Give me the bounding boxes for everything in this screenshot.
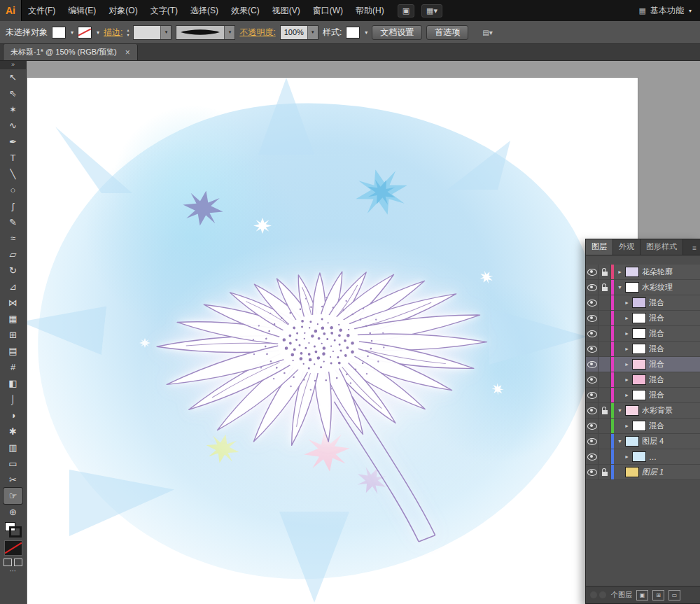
layer-thumbnail[interactable] xyxy=(632,390,646,400)
type-tool[interactable]: T xyxy=(4,150,22,166)
style-swatch[interactable] xyxy=(346,27,360,38)
layer-thumbnail[interactable] xyxy=(632,421,646,431)
layer-name[interactable]: 花朵轮廓 xyxy=(642,267,673,277)
stroke-width-caret-icon[interactable]: ▾ xyxy=(160,26,171,39)
perspective-grid-tool[interactable]: ▤ xyxy=(4,343,22,359)
draw-behind-icon[interactable] xyxy=(14,559,22,566)
brush-definition-dropdown[interactable]: ▾ xyxy=(176,25,235,40)
layer-thumbnail[interactable] xyxy=(632,359,646,370)
layer-row[interactable]: ►… xyxy=(586,449,700,465)
eraser-tool[interactable]: ▱ xyxy=(4,246,22,262)
menu-file[interactable]: 文件(F) xyxy=(22,0,62,21)
layer-name[interactable]: … xyxy=(649,453,657,461)
visibility-toggle[interactable] xyxy=(586,388,598,402)
stroke-swatch[interactable] xyxy=(78,27,92,38)
menu-edit[interactable]: 编辑(E) xyxy=(62,0,102,21)
zoom-tool[interactable]: ⊕ xyxy=(4,504,22,520)
expand-arrow-icon[interactable]: ► xyxy=(622,423,631,428)
expand-arrow-icon[interactable]: ► xyxy=(622,331,631,336)
delete-layer-icon[interactable]: ▭ xyxy=(668,590,680,601)
paintbrush-tool[interactable]: ʃ xyxy=(4,198,22,214)
stepper-down-icon[interactable]: ▾ xyxy=(127,33,129,37)
layer-row[interactable]: 图层 1 xyxy=(586,465,700,480)
column-graph-tool[interactable]: ▥ xyxy=(4,440,22,456)
app-logo[interactable]: Ai xyxy=(0,0,22,21)
document-tab[interactable]: 未标题-1* @ 150% (RGB/预览) × xyxy=(3,44,138,60)
lock-toggle[interactable] xyxy=(598,465,611,479)
layer-name[interactable]: 混合 xyxy=(649,297,664,308)
layer-name[interactable]: 混合 xyxy=(649,359,664,370)
layer-thumbnail[interactable] xyxy=(625,405,639,416)
layer-name[interactable]: 水彩纹理 xyxy=(642,282,673,293)
layer-row[interactable]: ►混合 xyxy=(586,372,700,388)
artboard-tool[interactable]: ▭ xyxy=(4,456,22,472)
flower-artwork[interactable] xyxy=(126,225,532,561)
opacity-caret-icon[interactable]: ▾ xyxy=(307,26,318,39)
layer-name[interactable]: 图层 4 xyxy=(642,436,664,447)
stroke-width-stepper[interactable]: ▴ ▾ xyxy=(127,28,129,37)
visibility-toggle[interactable] xyxy=(586,357,598,372)
menu-select[interactable]: 选择(S) xyxy=(184,0,225,21)
lock-toggle[interactable] xyxy=(598,326,611,341)
brush-caret-icon[interactable]: ▾ xyxy=(224,26,234,39)
style-caret-icon[interactable]: ▾ xyxy=(365,29,368,36)
lock-toggle[interactable] xyxy=(598,280,611,295)
menu-help[interactable]: 帮助(H) xyxy=(349,0,391,21)
bridge-launcher-icon[interactable]: ▣ xyxy=(398,4,414,17)
gradient-tool[interactable]: ◧ xyxy=(4,375,22,391)
tab-layers[interactable]: 图层 xyxy=(586,239,613,255)
menu-window[interactable]: 窗口(W) xyxy=(307,0,349,21)
new-layer-icon[interactable]: ⊞ xyxy=(652,590,664,601)
blend-tool[interactable]: ◑ xyxy=(4,407,22,423)
pen-tool[interactable]: ✒ xyxy=(4,134,22,150)
visibility-toggle[interactable] xyxy=(586,295,598,310)
screen-mode-icon[interactable]: ⋯ xyxy=(10,569,17,573)
layer-row[interactable]: ►混合 xyxy=(586,357,700,372)
document-setup-button[interactable]: 文档设置 xyxy=(372,25,422,40)
visibility-toggle[interactable] xyxy=(586,265,598,279)
fill-swatch[interactable] xyxy=(52,27,66,38)
menu-effect[interactable]: 效果(C) xyxy=(225,0,266,21)
stroke-indicator[interactable] xyxy=(9,526,22,538)
visibility-toggle[interactable] xyxy=(586,465,598,479)
layer-thumbnail[interactable] xyxy=(625,436,639,447)
none-color-swatch[interactable] xyxy=(4,540,22,556)
lock-toggle[interactable] xyxy=(598,419,611,433)
layer-row[interactable]: ►混合 xyxy=(586,326,700,342)
visibility-toggle[interactable] xyxy=(586,449,598,464)
tab-appearance[interactable]: 外观 xyxy=(613,239,640,255)
visibility-toggle[interactable] xyxy=(586,280,598,295)
tab-graphic-styles[interactable]: 图形样式 xyxy=(640,239,683,255)
free-transform-tool[interactable]: ▦ xyxy=(4,311,22,327)
smooth-tool[interactable]: ≈ xyxy=(4,230,22,246)
layer-row[interactable]: ►混合 xyxy=(586,311,700,326)
layer-row[interactable]: ▼图层 4 xyxy=(586,434,700,449)
visibility-toggle[interactable] xyxy=(586,372,598,387)
expand-arrow-icon[interactable]: ► xyxy=(622,454,631,459)
mesh-tool[interactable]: # xyxy=(4,359,22,375)
arrange-documents-icon[interactable]: ▦▾ xyxy=(421,4,442,17)
stroke-caret-icon[interactable]: ▾ xyxy=(97,29,99,36)
close-tab-icon[interactable]: × xyxy=(125,48,130,57)
opacity-combo[interactable]: 100% ▾ xyxy=(280,25,318,40)
fill-stroke-indicator[interactable] xyxy=(5,522,22,538)
lock-toggle[interactable] xyxy=(598,372,611,387)
opacity-label[interactable]: 不透明度: xyxy=(239,27,275,38)
direct-selection-tool[interactable]: ⇖ xyxy=(4,85,22,101)
scale-tool[interactable]: ⊿ xyxy=(4,279,22,295)
layer-row[interactable]: ▼水彩纹理 xyxy=(586,280,700,295)
ellipse-tool[interactable]: ○ xyxy=(4,182,22,198)
lock-toggle[interactable] xyxy=(598,403,611,418)
layer-thumbnail[interactable] xyxy=(632,374,646,385)
stroke-label[interactable]: 描边: xyxy=(104,27,122,38)
visibility-toggle[interactable] xyxy=(586,403,598,418)
layer-row[interactable]: ►混合 xyxy=(586,342,700,357)
visibility-toggle[interactable] xyxy=(586,419,598,433)
layer-thumbnail[interactable] xyxy=(625,467,639,477)
lock-toggle[interactable] xyxy=(598,342,611,356)
lock-toggle[interactable] xyxy=(598,357,611,372)
expand-arrow-icon[interactable]: ▼ xyxy=(615,285,624,290)
control-panel-menu-icon[interactable]: ▤▾ xyxy=(482,29,492,36)
magic-wand-tool[interactable]: ✶ xyxy=(4,101,22,118)
expand-arrow-icon[interactable]: ► xyxy=(622,362,631,367)
